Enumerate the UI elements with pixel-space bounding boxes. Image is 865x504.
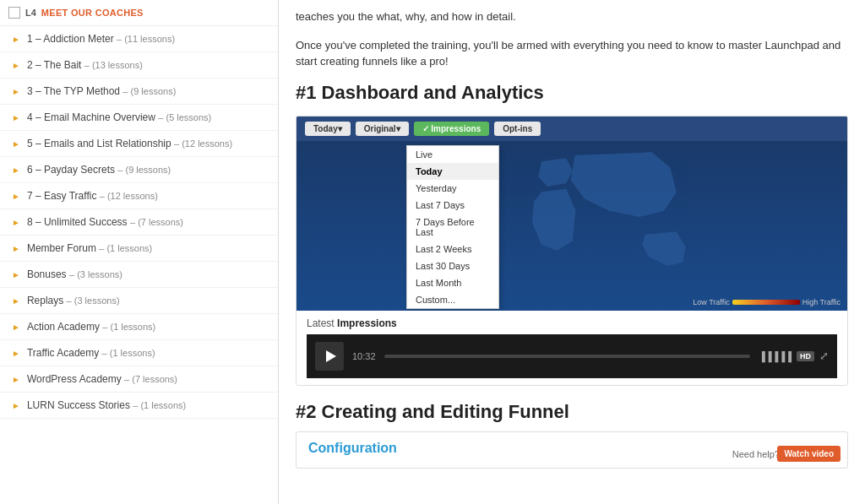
sidebar-item-label: WordPress Academy – (7 lessons) — [27, 373, 177, 385]
sidebar-item[interactable]: ► 8 – Unlimited Success – (7 lessons) — [0, 209, 278, 236]
watch-video-button[interactable]: Watch video — [777, 446, 841, 462]
sidebar-item-label: Replays – (3 lessons) — [27, 295, 120, 306]
dashboard-box: Today▾ Original▾ ✓ Impressions Opt-ins — [296, 116, 848, 386]
arrow-icon: ► — [12, 270, 20, 279]
dropdown-item[interactable]: Yesterday — [407, 180, 498, 197]
item-count: – (9 lessons) — [117, 165, 171, 175]
sidebar-item[interactable]: ► Replays – (3 lessons) — [0, 288, 278, 314]
config-box: Configuration Need help? Watch video — [296, 431, 848, 469]
sidebar-item[interactable]: ► LURN Success Stories – (1 lessons) — [0, 393, 278, 419]
item-count: – (5 lessons) — [158, 112, 211, 122]
sidebar-item[interactable]: ► 7 – Easy Traffic – (12 lessons) — [0, 183, 278, 209]
dropdown-item[interactable]: 7 Days Before Last — [407, 214, 498, 241]
map-legend: Low Traffic High Traffic — [693, 298, 841, 306]
item-count: – (9 lessons) — [122, 86, 176, 96]
impressions-button[interactable]: ✓ Impressions — [414, 122, 490, 136]
item-count: – (12 lessons) — [174, 138, 232, 149]
item-count: – (7 lessons) — [124, 374, 177, 384]
arrow-icon: ► — [12, 165, 20, 175]
item-count: – (7 lessons) — [130, 217, 183, 227]
sidebar-item-label: LURN Success Stories – (1 lessons) — [27, 399, 186, 411]
item-count: – (3 lessons) — [67, 295, 120, 306]
original-button[interactable]: Original▾ — [356, 122, 409, 136]
sidebar-item[interactable]: ► Traffic Academy – (1 lessons) — [0, 340, 278, 366]
dropdown-item[interactable]: Today — [407, 163, 498, 180]
sidebar-item-label: 2 – The Bait – (13 lessons) — [27, 59, 143, 71]
header-checkbox[interactable] — [8, 7, 20, 19]
video-player: 10:32 ▐▐▐▐▐ HD ⤢ — [307, 334, 837, 378]
legend-bar — [732, 300, 800, 305]
sidebar-items: ► 1 – Addiction Meter – (11 lessons) ► 2… — [0, 26, 278, 419]
item-count: – (11 lessons) — [117, 34, 175, 44]
map-svg — [324, 149, 820, 302]
play-button[interactable] — [315, 342, 344, 371]
level-badge: L4 — [25, 8, 36, 18]
sidebar-item-label: 5 – Emails and List Relationship – (12 l… — [27, 138, 232, 149]
dashboard-screenshot: Today▾ Original▾ ✓ Impressions Opt-ins — [296, 117, 847, 311]
arrow-icon: ► — [12, 35, 20, 44]
impressions-latest: Latest — [307, 317, 335, 329]
item-count: – (1 lessons) — [133, 400, 186, 410]
sidebar-item[interactable]: ► 4 – Email Machine Overview – (5 lesson… — [0, 105, 278, 131]
dropdown-item[interactable]: Custom... — [407, 291, 498, 308]
sidebar-item[interactable]: ► 1 – Addiction Meter – (11 lessons) — [0, 26, 278, 52]
item-count: – (1 lessons) — [102, 322, 155, 332]
item-count: – (1 lessons) — [99, 243, 152, 253]
impressions-section: Latest Impressions 10:32 ▐▐▐▐▐ HD ⤢ — [296, 311, 847, 385]
item-count: – (12 lessons) — [100, 191, 158, 201]
sidebar-item[interactable]: ► 2 – The Bait – (13 lessons) — [0, 52, 278, 79]
arrow-icon: ► — [12, 322, 20, 332]
dropdown-item[interactable]: Last 7 Days — [407, 197, 498, 214]
arrow-icon: ► — [12, 218, 20, 227]
arrow-icon: ► — [12, 349, 20, 358]
hd-badge: HD — [797, 351, 814, 361]
dropdown-item[interactable]: Last 2 Weeks — [407, 241, 498, 257]
sidebar-item-label: Traffic Academy – (1 lessons) — [27, 347, 155, 359]
arrow-icon: ► — [12, 244, 20, 253]
date-dropdown[interactable]: LiveTodayYesterdayLast 7 Days7 Days Befo… — [406, 145, 499, 309]
sidebar-item-label: 1 – Addiction Meter – (11 lessons) — [27, 33, 175, 45]
arrow-icon: ► — [12, 375, 20, 384]
sidebar-item[interactable]: ► Action Academy – (1 lessons) — [0, 314, 278, 340]
sidebar-item[interactable]: ► Bonuses – (3 lessons) — [0, 262, 278, 288]
today-button[interactable]: Today▾ — [305, 122, 351, 136]
arrow-icon: ► — [12, 296, 20, 306]
arrow-icon: ► — [12, 139, 20, 149]
video-progress-bar[interactable] — [384, 355, 751, 358]
optins-button[interactable]: Opt-ins — [494, 122, 541, 136]
sidebar-item-label: 3 – The TYP Method – (9 lessons) — [27, 85, 176, 97]
sidebar-item-label: Bonuses – (3 lessons) — [27, 268, 122, 280]
legend-low: Low Traffic — [693, 298, 729, 306]
dropdown-item[interactable]: Live — [407, 146, 498, 163]
sidebar-item[interactable]: ► 6 – Payday Secrets – (9 lessons) — [0, 157, 278, 183]
sidebar-item-label: 6 – Payday Secrets – (9 lessons) — [27, 164, 171, 176]
sidebar-item[interactable]: ► 3 – The TYP Method – (9 lessons) — [0, 79, 278, 105]
arrow-icon: ► — [12, 113, 20, 122]
sidebar-item[interactable]: ► WordPress Academy – (7 lessons) — [0, 366, 278, 393]
map-area: LiveTodayYesterdayLast 7 Days7 Days Befo… — [296, 141, 847, 311]
section2-heading: #2 Creating and Editing Funnel — [296, 401, 848, 423]
sidebar-item[interactable]: ► Member Forum – (1 lessons) — [0, 236, 278, 262]
arrow-icon: ► — [12, 401, 20, 410]
sidebar-item[interactable]: ► 5 – Emails and List Relationship – (12… — [0, 131, 278, 157]
sidebar-item-label: Member Forum – (1 lessons) — [27, 242, 152, 254]
fullscreen-icon[interactable]: ⤢ — [819, 350, 829, 362]
volume-bars-icon: ▐▐▐▐▐ — [759, 351, 792, 361]
item-count: – (13 lessons) — [84, 60, 143, 70]
sidebar-section-title: MEET OUR COACHES — [41, 8, 144, 18]
dropdown-item[interactable]: Last 30 Days — [407, 257, 498, 274]
legend-high: High Traffic — [802, 298, 841, 306]
item-count: – (1 lessons) — [102, 348, 155, 358]
world-map — [296, 141, 847, 311]
dropdown-item[interactable]: Last Month — [407, 274, 498, 291]
sidebar-header: L4 MEET OUR COACHES — [0, 0, 278, 26]
need-help-text: Need help? — [732, 449, 780, 459]
video-controls-right: ▐▐▐▐▐ HD ⤢ — [759, 350, 829, 362]
section1-heading: #1 Dashboard and Analytics — [296, 82, 848, 104]
impressions-bold: Impressions — [337, 317, 397, 329]
main-content: teaches you the what, why, and how in de… — [279, 0, 865, 504]
sidebar: L4 MEET OUR COACHES ► 1 – Addiction Mete… — [0, 0, 279, 504]
arrow-icon: ► — [12, 61, 20, 70]
arrow-icon: ► — [12, 87, 20, 96]
impressions-label: Latest Impressions — [307, 317, 837, 329]
